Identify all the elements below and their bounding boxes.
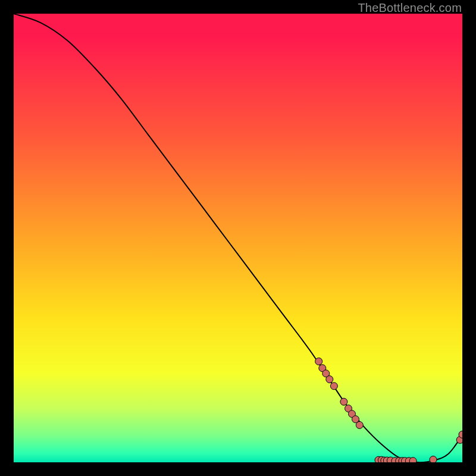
plot-area bbox=[14, 14, 462, 462]
watermark-text: TheBottleneck.com bbox=[358, 1, 462, 15]
data-marker bbox=[356, 421, 363, 428]
data-marker bbox=[330, 383, 337, 390]
data-marker bbox=[409, 458, 416, 462]
bottleneck-curve bbox=[14, 14, 462, 462]
marker-layer bbox=[315, 358, 462, 462]
chart-stage: TheBottleneck.com bbox=[0, 0, 476, 476]
curve-layer bbox=[14, 14, 462, 462]
data-marker bbox=[315, 358, 322, 365]
data-marker bbox=[340, 398, 347, 405]
data-marker bbox=[430, 456, 437, 463]
data-marker bbox=[326, 376, 333, 383]
